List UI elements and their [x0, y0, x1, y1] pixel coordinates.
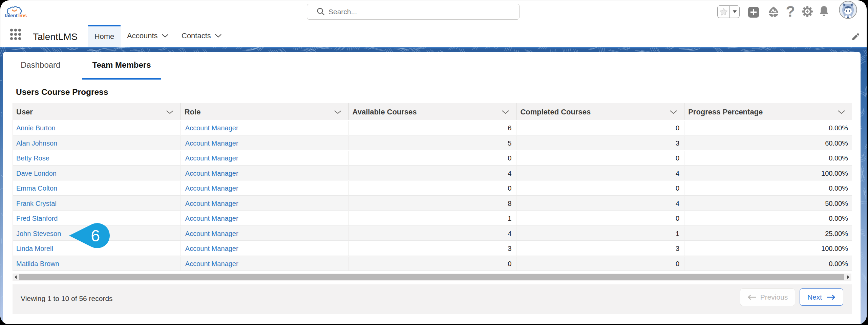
svg-text:talent: talent [5, 13, 18, 18]
svg-text:6: 6 [91, 226, 100, 245]
svg-text:lms: lms [18, 13, 27, 18]
